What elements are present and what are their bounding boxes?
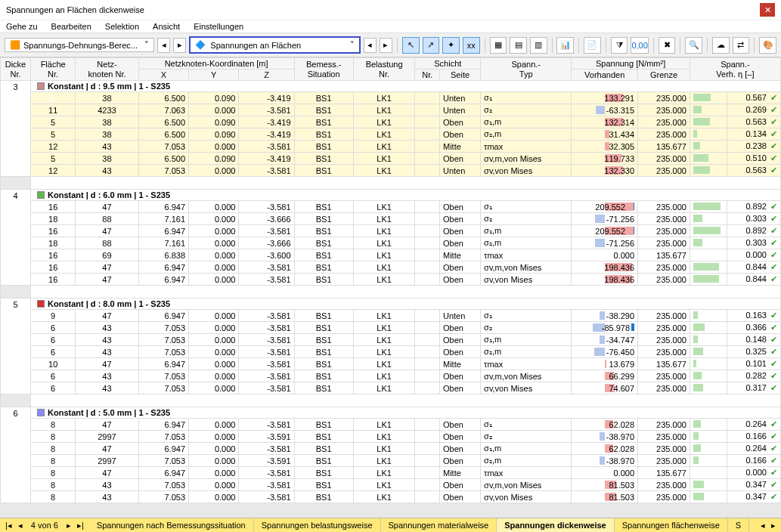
module-dropdown[interactable]: 🟧 Spannungs-Dehnungs-Berec... ˅ [5,38,154,52]
group-header[interactable]: Konstant | d : 9.5 mm | 1 - S235 [31,81,781,92]
table-row[interactable]: 5386.5000.090-3.419BS1LK1Obenσ₂,m31.4342… [1,128,781,141]
cloud-button[interactable]: ☁ [712,37,730,54]
col-koord[interactable]: Netzknoten-Koordinaten [m] [138,58,294,70]
col-seite[interactable]: Seite [440,70,481,81]
table-row[interactable]: 16476.9470.000-3.581BS1LK1Obenσv,von Mis… [1,274,781,286]
first-page-button[interactable]: |◂ [3,519,14,532]
table-row[interactable]: 10476.9470.000-3.581BS1LK1Mitteτmax13.67… [1,358,781,370]
table-row[interactable]: 8476.9470.000-3.581BS1LK1Obenσ₁62.028235… [1,419,781,431]
decimals-button[interactable]: 0,00 [631,37,648,54]
group-header[interactable]: Konstant | d : 6.0 mm | 1 - S235 [31,190,781,201]
table-row[interactable]: 8476.9470.000-3.581BS1LK1Mitteτmax0.0001… [1,467,781,479]
col-netz[interactable]: Netz-knoten Nr. [76,58,138,81]
col-dicke[interactable]: DickeNr. [1,58,31,81]
menu-bearbeiten[interactable]: Bearbeiten [51,22,91,31]
color-button[interactable]: 🎨 [759,37,776,54]
col-flaeche[interactable]: FlächeNr. [31,58,76,81]
col-vorh[interactable]: Vorhanden [572,70,638,81]
table-row[interactable]: 6437.0530.000-3.581BS1LK1Obenσ₁,m-34.747… [1,334,781,346]
chevron-down-icon: ˅ [350,40,355,50]
footer-nav: |◂ ◂ 4 von 6 ▸ ▸| [0,519,89,532]
dicke-cell[interactable]: 4 [1,190,31,286]
footer-tab[interactable]: S [728,518,749,532]
menu-gehe zu[interactable]: Gehe zu [6,22,38,31]
col-bemess[interactable]: Bemess.-Situation [294,58,353,81]
scroll-left-button[interactable]: ◂ [758,519,767,532]
group-header[interactable]: Konstant | d : 8.0 mm | 1 - S235 [31,298,781,310]
prev-module-button[interactable]: ◂ [157,38,170,53]
layers-icon: 🔷 [195,40,206,50]
col-x[interactable]: X [138,70,188,81]
filter-cursor-button[interactable]: ↗ [423,37,440,54]
footer-tab[interactable]: Spannungen flächenweise [615,518,728,532]
chevron-down-icon: ˅ [144,40,149,50]
table-button-2[interactable]: ▤ [510,37,527,54]
next-view-button[interactable]: ▸ [380,38,392,53]
group-header[interactable]: Konstant | d : 5.0 mm | 1 - S235 [31,407,781,419]
table-row[interactable]: 9476.9470.000-3.581BS1LK1Untenσ₁-38.2902… [1,310,781,322]
col-spanntyp[interactable]: Spann.-Typ [481,58,572,81]
col-belast[interactable]: BelastungNr. [353,58,415,81]
table-row[interactable]: 829977.0530.000-3.591BS1LK1Obenσ₂-38.970… [1,431,781,443]
table-row[interactable]: 8437.0530.000-3.581BS1LK1Obenσv,von Mise… [1,491,781,503]
table-button-1[interactable]: ▦ [490,37,507,54]
chart-button[interactable]: 📊 [556,37,574,54]
view-dropdown[interactable]: 🔷 Spannungen an Flächen ˅ [189,36,361,54]
table-row[interactable]: 12437.0530.000-3.581BS1LK1Mitteτmax32.30… [1,141,781,153]
last-page-button[interactable]: ▸| [75,519,86,532]
table-row[interactable]: 6437.0530.000-3.581BS1LK1Obenσ₂-85.97823… [1,322,781,334]
funnel-button[interactable]: ⧩ [611,37,628,54]
table-row[interactable]: 16476.9470.000-3.581BS1LK1Obenσ₁,m209.55… [1,225,781,237]
clear-button[interactable]: ✖ [659,37,676,54]
menu-ansicht[interactable]: Ansicht [153,22,180,31]
table-row[interactable]: 6437.0530.000-3.581BS1LK1Obenσv,m,von Mi… [1,370,781,382]
menu-einstellungen[interactable]: Einstellungen [194,22,243,31]
close-button[interactable]: ✕ [760,3,775,17]
view-dropdown-label: Spannungen an Flächen [210,41,301,50]
filter-arrow-button[interactable]: ↖ [402,37,420,54]
table-row[interactable]: 1142337.0630.000-3.581BS1LK1Untenσ₂-63.3… [1,104,781,116]
col-grenze[interactable]: Grenze [638,70,690,81]
col-schicht[interactable]: Schicht [415,58,481,70]
col-spann[interactable]: Spannung [N/mm²] [572,58,690,70]
footer-tab[interactable]: Spannungen dickenweise [497,518,614,532]
table-row[interactable]: 16476.9470.000-3.581BS1LK1Obenσv,m,von M… [1,261,781,274]
table-row[interactable]: 12437.0530.000-3.581BS1LK1Untenσv,von Mi… [1,165,781,177]
data-table: DickeNr. FlächeNr. Netz-knoten Nr. Netzk… [0,57,781,503]
scroll-right-button[interactable]: ▸ [769,519,778,532]
table-row[interactable]: 5386.5000.090-3.419BS1LK1Untenσ₁133.2912… [1,92,781,104]
footer-tab[interactable]: Spannungen nach Bemessungssituation [89,518,254,532]
prev-page-button[interactable]: ◂ [16,519,25,532]
label-button[interactable]: xx [463,37,480,54]
col-verh[interactable]: Spann.-Verh. η [–] [690,58,780,81]
dicke-cell[interactable]: 3 [1,81,31,177]
next-page-button[interactable]: ▸ [64,519,73,532]
toolbar: 🟧 Spannungs-Dehnungs-Berec... ˅ ◂ ▸ 🔷 Sp… [0,32,781,57]
table-row[interactable]: 5386.5000.090-3.419BS1LK1Obenσv,m,von Mi… [1,153,781,165]
table-row[interactable]: 829977.0530.000-3.591BS1LK1Obenσ₂,m-38.9… [1,455,781,467]
footer-tab[interactable]: Spannungen belastungsweise [254,518,381,532]
col-z[interactable]: Z [239,70,294,81]
swap-button[interactable]: ⇄ [733,37,750,54]
search-button[interactable]: 🔍 [685,37,702,54]
table-row[interactable]: 18887.1610.000-3.666BS1LK1Obenσ₂-71.2562… [1,213,781,225]
prev-view-button[interactable]: ◂ [364,38,377,53]
table-row[interactable]: 16476.9470.000-3.581BS1LK1Obenσ₁209.5522… [1,201,781,213]
table-button-3[interactable]: ▥ [530,37,547,54]
table-row[interactable]: 5386.5000.090-3.419BS1LK1Obenσ₁,m132.314… [1,116,781,128]
table-row[interactable]: 16696.8380.000-3.600BS1LK1Mitteτmax0.000… [1,249,781,261]
table-row[interactable]: 8476.9470.000-3.581BS1LK1Obenσ₁,m62.0282… [1,443,781,455]
dicke-cell[interactable]: 6 [1,407,31,503]
export-button[interactable]: 📄 [584,37,601,54]
table-row[interactable]: 6437.0530.000-3.581BS1LK1Obenσ₂,m-76.450… [1,346,781,358]
col-schicht-nr[interactable]: Nr. [415,70,440,81]
next-module-button[interactable]: ▸ [173,38,186,53]
axes-button[interactable]: ✦ [442,37,460,54]
table-row[interactable]: 8437.0530.000-3.581BS1LK1Obenσv,m,von Mi… [1,479,781,491]
footer-tab[interactable]: Spannungen materialweise [381,518,497,532]
col-y[interactable]: Y [189,70,239,81]
dicke-cell[interactable]: 5 [1,298,31,394]
table-row[interactable]: 18887.1610.000-3.666BS1LK1Obenσ₂,m-71.25… [1,237,781,249]
table-row[interactable]: 6437.0530.000-3.581BS1LK1Obenσv,von Mise… [1,382,781,394]
menu-selektion[interactable]: Selektion [105,22,139,31]
